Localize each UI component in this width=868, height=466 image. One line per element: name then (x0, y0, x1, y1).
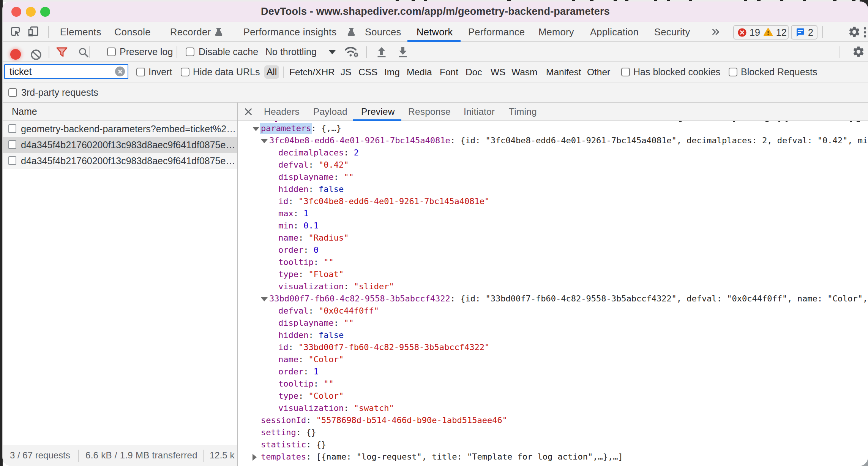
tree-node-type[interactable]: type: "Float" (238, 268, 868, 281)
filter-type-doc[interactable]: Doc (466, 62, 482, 82)
hide-data-urls-label[interactable]: Hide data URLs (193, 62, 260, 82)
tab-memory[interactable]: Memory (538, 22, 574, 42)
collapse-arrow-icon[interactable] (253, 127, 259, 131)
filter-type-other[interactable]: Other (587, 62, 610, 82)
tab-network[interactable]: Network (417, 22, 453, 42)
close-detail-icon[interactable] (244, 108, 253, 116)
tab-recorder[interactable]: Recorder (170, 22, 211, 42)
request-row[interactable]: geometry-backend-parameters?embed=ticket… (3, 121, 237, 137)
tab-console[interactable]: Console (114, 22, 151, 42)
throttling-select[interactable]: No throttling (265, 42, 317, 62)
device-toolbar-icon[interactable] (28, 26, 39, 37)
collapse-arrow-icon[interactable] (261, 297, 268, 301)
request-row-checkbox[interactable] (8, 140, 16, 149)
tree-node-hidden[interactable]: hidden: false (238, 329, 868, 341)
filter-type-js[interactable]: JS (341, 62, 352, 82)
tree-node-visualization[interactable]: visualization: "swatch" (238, 402, 868, 414)
tree-node-max[interactable]: max: 1 (238, 208, 868, 220)
third-party-label[interactable]: 3rd-party requests (21, 82, 98, 103)
invert-label[interactable]: Invert (148, 62, 172, 82)
filter-type-font[interactable]: Font (440, 62, 458, 82)
tab-application[interactable]: Application (590, 22, 639, 42)
record-button[interactable] (10, 49, 21, 60)
name-column-header[interactable]: Name (3, 103, 237, 121)
errors-warnings-badge[interactable]: 19 12 (733, 25, 789, 40)
preserve-log-label[interactable]: Preserve log (120, 42, 173, 62)
network-conditions-icon[interactable] (344, 45, 361, 59)
settings-gear-icon[interactable] (848, 25, 861, 38)
tree-node-statistic[interactable]: statistic: {} (238, 439, 868, 451)
tab-security[interactable]: Security (654, 22, 690, 42)
request-row[interactable]: d4a345f4b21760200f13c983d8aec9f641df0875… (3, 137, 237, 153)
has-blocked-cookies-checkbox[interactable] (621, 68, 630, 76)
issues-badge[interactable]: 2 (791, 25, 817, 40)
tree-node-sessionId[interactable]: sessionId: "5578698d-b514-466d-b90e-1abd… (238, 414, 868, 426)
third-party-checkbox[interactable] (8, 88, 17, 97)
request-row-checkbox[interactable] (8, 156, 16, 165)
tab-performance-insights[interactable]: Performance insights (243, 22, 337, 42)
tree-node-parameters[interactable]: parameters: {,…} (238, 122, 868, 135)
hide-data-urls-checkbox[interactable] (181, 68, 189, 76)
collapse-arrow-icon[interactable] (261, 139, 268, 143)
blocked-requests-checkbox[interactable] (729, 68, 737, 76)
filter-type-all[interactable]: All (264, 65, 279, 79)
kebab-menu-icon[interactable] (863, 26, 867, 39)
filter-funnel-icon[interactable] (56, 47, 68, 57)
detail-tab-response[interactable]: Response (408, 103, 451, 121)
throttling-dropdown-arrow-icon[interactable] (329, 50, 336, 54)
filter-type-manifest[interactable]: Manifest (546, 62, 581, 82)
tree-node-defval[interactable]: defval: "0x0c44f0ff" (238, 305, 868, 317)
tree-node-id[interactable]: id: "33bd00f7-fb60-4c82-9558-3b5abccf432… (238, 341, 868, 353)
tree-node-name[interactable]: name: "Radius" (238, 232, 868, 244)
tree-node-order[interactable]: order: 1 (238, 366, 868, 378)
filter-type-fetchxhr[interactable]: Fetch/XHR (289, 62, 335, 82)
detail-tab-timing[interactable]: Timing (509, 103, 537, 121)
filter-type-css[interactable]: CSS (358, 62, 377, 82)
filter-input[interactable]: ticket (4, 64, 128, 79)
invert-checkbox[interactable] (136, 68, 145, 76)
clear-network-log-icon[interactable] (31, 49, 41, 60)
request-row-checkbox[interactable] (8, 124, 16, 133)
export-har-icon[interactable] (398, 46, 408, 58)
tree-node-visualization[interactable]: visualization: "slider" (238, 281, 868, 293)
tree-node-displayname[interactable]: displayname: "" (238, 317, 868, 329)
clear-filter-icon[interactable] (115, 67, 125, 76)
disable-cache-checkbox[interactable] (186, 48, 194, 56)
tree-node-order[interactable]: order: 0 (238, 244, 868, 256)
more-tabs-icon[interactable] (711, 27, 720, 36)
has-blocked-cookies-label[interactable]: Has blocked cookies (633, 62, 720, 82)
expand-arrow-icon[interactable] (253, 454, 257, 461)
inspect-element-icon[interactable] (10, 26, 21, 37)
filter-type-ws[interactable]: WS (491, 62, 505, 82)
tree-node-type[interactable]: type: "Color" (238, 390, 868, 402)
request-row[interactable]: d4a345f4b21760200f13c983d8aec9f641df0875… (3, 153, 237, 169)
detail-tab-payload[interactable]: Payload (313, 103, 347, 121)
disable-cache-label[interactable]: Disable cache (199, 42, 258, 62)
tree-node-templates[interactable]: templates: [{name: "log-request", title:… (238, 451, 868, 463)
tree-node-3fc04be8-edd6-4e01-9261-7bc145a4081e[interactable]: 3fc04be8-edd6-4e01-9261-7bc145a4081e: {i… (238, 135, 868, 147)
tree-node-displayname[interactable]: displayname: "" (238, 171, 868, 183)
network-settings-gear-icon[interactable] (852, 45, 865, 58)
detail-tab-headers[interactable]: Headers (264, 103, 300, 121)
tab-performance[interactable]: Performance (468, 22, 525, 42)
tree-node-decimalplaces[interactable]: decimalplaces: 2 (238, 147, 868, 159)
filter-type-media[interactable]: Media (407, 62, 432, 82)
detail-tab-preview[interactable]: Preview (361, 103, 395, 121)
filter-type-img[interactable]: Img (384, 62, 400, 82)
tree-node-setting[interactable]: setting: {} (238, 426, 868, 439)
tree-node-defval[interactable]: defval: "0.42" (238, 159, 868, 171)
filter-type-wasm[interactable]: Wasm (511, 62, 538, 82)
tree-node-id[interactable]: id: "3fc04be8-edd6-4e01-9261-7bc145a4081… (238, 195, 868, 208)
search-icon[interactable] (78, 47, 89, 58)
detail-tab-initiator[interactable]: Initiator (464, 103, 495, 121)
tree-node-hidden[interactable]: hidden: false (238, 183, 868, 195)
tree-node-33bd00f7-fb60-4c82-9558-3b5abccf4322[interactable]: 33bd00f7-fb60-4c82-9558-3b5abccf4322: {i… (238, 293, 868, 305)
tab-sources[interactable]: Sources (365, 22, 401, 42)
preserve-log-checkbox[interactable] (107, 48, 116, 56)
tree-node-name[interactable]: name: "Color" (238, 353, 868, 366)
tree-node-min[interactable]: min: 0.1 (238, 220, 868, 232)
import-har-icon[interactable] (376, 46, 387, 58)
tab-elements[interactable]: Elements (60, 22, 101, 42)
tree-node-tooltip[interactable]: tooltip: "" (238, 256, 868, 268)
blocked-requests-label[interactable]: Blocked Requests (741, 62, 817, 82)
